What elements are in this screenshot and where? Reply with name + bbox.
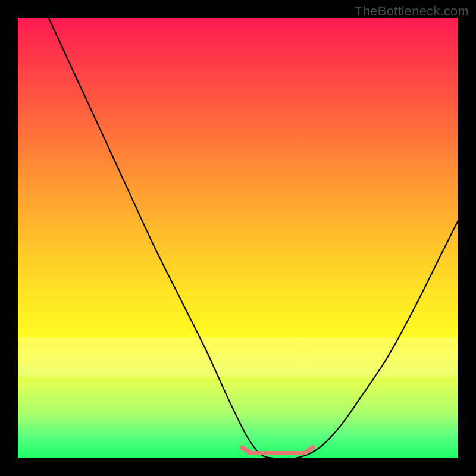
curve-path [49,18,458,459]
chart-frame: TheBottleneck.com [0,0,476,476]
baseline-segment [247,451,309,455]
watermark-text: TheBottleneck.com [355,4,469,19]
plot-area [18,18,458,458]
chart-curve-svg [18,18,458,458]
